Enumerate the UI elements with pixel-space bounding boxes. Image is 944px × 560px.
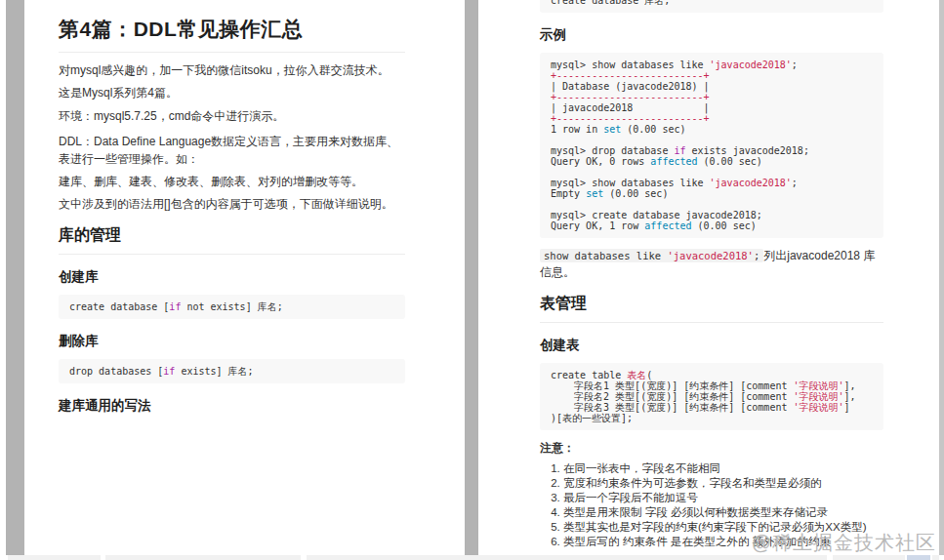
note-item: 在同一张表中，字段名不能相同 [563, 461, 883, 475]
intro-paragraph-3: 环境：mysql5.7.25，cmd命令中进行演示。 [59, 108, 405, 125]
ddl-desc-paragraph-2: 建库、删库、建表、修改表、删除表、对列的增删改等等。 [59, 174, 405, 190]
page-right: create database 库名; 示例 mysql> show datab… [478, 0, 939, 555]
intro-paragraph-2: 这是Mysql系列第4篇。 [59, 85, 405, 101]
article-title: 第4篇：DDL常见操作汇总 [59, 0, 405, 53]
watermark: @稀土掘金技术社区 [752, 530, 936, 556]
note-item: 类型是用来限制 字段 必须以何种数据类型来存储记录 [563, 505, 883, 519]
example-explanation: show databases like 'javacode2018';列出jav… [540, 248, 883, 282]
page-left: 第4篇：DDL常见操作汇总 对mysql感兴趣的，加一下我的微信itsoku，拉… [24, 0, 465, 555]
subheading-create-table: 创建表 [540, 337, 883, 354]
subheading-example: 示例 [540, 26, 883, 44]
next-page-row-edge [0, 555, 944, 560]
ddl-desc-paragraph-1: DDL：Data Define Language数据定义语言，主要用来对数据库、… [59, 134, 405, 168]
ddl-desc-paragraph-3: 文中涉及到的语法用[]包含的内容属于可选项，下面做详细说明。 [59, 196, 405, 213]
scrollbar-track[interactable] [939, 0, 944, 560]
code-clipped-top: create database 库名; [540, 0, 883, 13]
subheading-create-db: 创建库 [59, 268, 405, 286]
code-create-table: create table 表名( 字段名1 类型[(宽度)] [约束条件] [c… [540, 363, 883, 430]
note-item: 宽度和约束条件为可选参数，字段名和类型是必须的 [563, 476, 883, 490]
subheading-common-create: 建库通用的写法 [59, 397, 405, 415]
section-heading-db-management: 库的管理 [59, 225, 405, 255]
intro-paragraph-1: 对mysql感兴趣的，加一下我的微信itsoku，拉你入群交流技术。 [59, 62, 405, 79]
page-right-content: create database 库名; 示例 mysql> show datab… [478, 0, 939, 555]
notes-title: 注意： [540, 440, 883, 457]
inline-code-show-databases: show databases like 'javacode2018'; [540, 249, 763, 262]
code-mysql-example: mysql> show databases like 'javacode2018… [540, 53, 883, 238]
note-item: 最后一个字段后不能加逗号 [563, 491, 883, 504]
code-drop-database: drop databases [if exists] 库名; [59, 359, 405, 383]
subheading-drop-db: 删除库 [59, 333, 405, 350]
section-heading-table-management: 表管理 [540, 294, 883, 323]
code-create-database: create database [if not exists] 库名; [59, 295, 405, 319]
page-gutter-left [6, 0, 24, 555]
page-gutter-middle [465, 0, 478, 555]
page-left-content: 第4篇：DDL常见操作汇总 对mysql感兴趣的，加一下我的微信itsoku，拉… [24, 0, 465, 415]
